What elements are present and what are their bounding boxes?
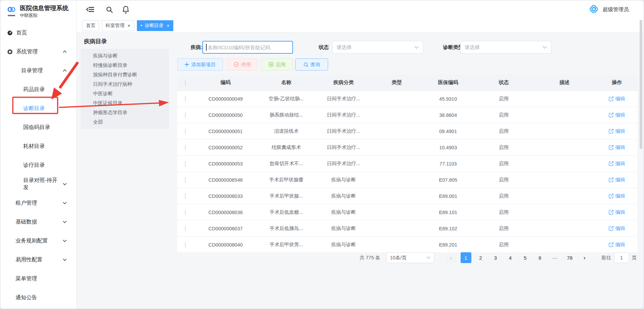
edit-button[interactable]: 编辑 — [609, 177, 625, 183]
list-item[interactable]: 日间手术治疗病种 — [81, 79, 169, 89]
edit-button[interactable]: 编辑 — [609, 193, 625, 199]
page-number-button[interactable]: 4 — [505, 252, 516, 263]
category-cell: 日间手术治疗... — [315, 107, 372, 123]
edit-button[interactable]: 编辑 — [609, 241, 625, 248]
row-checkbox[interactable] — [185, 161, 186, 167]
scrollbar-thumb[interactable] — [640, 20, 642, 149]
sidebar-item[interactable]: 诊疗目录 — [0, 156, 76, 175]
search-icon[interactable] — [106, 6, 113, 13]
sidebar-item[interactable]: 目录管理 — [0, 61, 76, 80]
list-item[interactable]: 中医证候目录 — [81, 98, 169, 108]
close-icon[interactable]: × — [167, 23, 170, 28]
enable-button[interactable]: 启用 — [261, 58, 293, 71]
row-select-cell — [177, 188, 194, 204]
list-item[interactable]: 肿瘤形态学目录 — [81, 108, 169, 117]
chevron-down-icon — [63, 258, 67, 262]
edit-button[interactable]: 编辑 — [609, 160, 625, 167]
list-item[interactable]: 按病种目录付费诊断 — [81, 70, 169, 79]
sidebar-item[interactable]: 租户管理 — [0, 194, 76, 212]
row-checkbox[interactable] — [185, 193, 186, 199]
list-item[interactable]: 疾病与诊断 — [81, 51, 169, 60]
edit-label: 编辑 — [615, 241, 625, 248]
page-size-value: 10条/页 — [390, 255, 407, 261]
page-number-button[interactable]: 6 — [535, 252, 546, 263]
chevron-down-icon — [414, 46, 419, 49]
prev-page-button[interactable]: ‹ — [446, 252, 457, 263]
disease-search-field — [202, 41, 293, 54]
operation-cell: 编辑 — [596, 237, 637, 253]
row-checkbox[interactable] — [185, 226, 186, 232]
tab[interactable]: 科室管理 × — [102, 20, 134, 31]
chevron-down-icon — [63, 182, 67, 186]
disease-input[interactable] — [202, 41, 293, 54]
category-cell: 疾病与诊断 — [315, 221, 372, 237]
sidebar-item[interactable]: 国临码目录 — [0, 118, 76, 137]
operation-cell: 编辑 — [596, 204, 637, 221]
operation-cell: 编辑 — [596, 221, 637, 237]
list-item[interactable]: 全部 — [81, 117, 169, 127]
query-button[interactable]: 查询 — [295, 58, 328, 71]
column-header: 状态 — [475, 75, 532, 91]
tab-label: 首页 — [86, 23, 95, 29]
sidebar-item-label: 诊疗目录 — [23, 162, 45, 169]
edit-button[interactable]: 编辑 — [609, 225, 625, 232]
sidebar-item[interactable]: 业务规则配置 — [0, 231, 76, 250]
edit-icon — [609, 129, 614, 134]
edit-button[interactable]: 编辑 — [609, 112, 625, 118]
sidebar-item[interactable]: 诊断目录 — [0, 99, 76, 118]
page-size-select[interactable]: 10条/页 — [386, 252, 434, 263]
notification-bell-icon[interactable] — [122, 5, 129, 14]
tab[interactable]: ● 诊断目录 × — [137, 20, 173, 31]
table-row: CD0000008033 手术后甲状腺... 疾病与诊断 E89.001 启用 … — [177, 188, 637, 204]
sidebar-item[interactable]: 首页 — [0, 23, 76, 42]
row-checkbox[interactable] — [185, 242, 186, 248]
status-cell: 启用 — [475, 237, 532, 253]
sidebar-item[interactable]: 通知公告 — [0, 288, 76, 307]
sidebar-item[interactable]: 基础数据 — [0, 212, 76, 231]
tab[interactable]: 首页 — [82, 20, 99, 31]
sidebar-item[interactable]: 系统管理 — [0, 42, 76, 61]
sidebar-item[interactable]: 耗材目录 — [0, 137, 76, 156]
row-checkbox[interactable] — [185, 112, 186, 118]
close-icon[interactable]: × — [127, 23, 130, 28]
page-number-button[interactable]: 78 — [564, 252, 575, 263]
select-all-checkbox[interactable] — [185, 79, 186, 86]
page-number-button[interactable]: 3 — [490, 252, 501, 263]
page-number-button[interactable]: 5 — [520, 252, 531, 263]
name-cell: 手术后甲状腺瘘 — [258, 172, 315, 188]
insurance-code-cell: 10.4903 — [421, 139, 475, 156]
row-checkbox[interactable] — [185, 145, 186, 151]
list-item[interactable]: 特慢病诊断目录 — [81, 60, 169, 70]
row-checkbox[interactable] — [185, 128, 186, 134]
edit-button[interactable]: 编辑 — [609, 209, 625, 215]
page-number-button[interactable]: 1 — [461, 252, 471, 263]
edit-button[interactable]: 编辑 — [609, 128, 625, 134]
edit-button[interactable]: 编辑 — [609, 144, 625, 151]
table-row: CD0000008040 手术后甲状旁... 疾病与诊断 E89.201 启用 … — [177, 237, 637, 253]
user-menu[interactable]: 超级管理员 — [588, 0, 629, 19]
disable-button[interactable]: 停用 — [227, 58, 258, 71]
row-select-cell — [177, 172, 194, 188]
list-item[interactable]: 中医诊断 — [81, 89, 169, 98]
table-row: CD0000000051 泪道挂线术 日间手术治疗... 09.4901 启用 … — [177, 123, 637, 139]
goto-page-input[interactable] — [614, 252, 629, 263]
sidebar-item[interactable]: 目录对照-待开发 — [0, 175, 76, 194]
page-number-button[interactable]: ··· — [550, 252, 560, 263]
sidebar-item[interactable]: 菜单管理 — [0, 269, 76, 288]
sidebar-item[interactable]: 药品目录 — [0, 80, 76, 99]
row-checkbox[interactable] — [185, 177, 186, 183]
status-cell: 启用 — [475, 221, 532, 237]
page-number-button[interactable]: 2 — [475, 252, 486, 263]
edit-button[interactable]: 编辑 — [609, 96, 625, 102]
diagnosis-type-select[interactable]: 请选择 — [460, 41, 551, 54]
row-checkbox[interactable] — [185, 96, 186, 102]
row-checkbox[interactable] — [185, 209, 186, 215]
sidebar-item[interactable]: 易用性配置 — [0, 250, 76, 269]
table-row: CD0000000049 空肠-乙状结肠... 日间手术治疗... 45.931… — [177, 91, 637, 107]
add-item-button[interactable]: 添加新项目 — [177, 58, 223, 71]
sidebar-item-label: 基础数据 — [16, 218, 37, 226]
collapse-menu-icon[interactable] — [86, 6, 94, 13]
status-select[interactable]: 请选择 — [332, 41, 423, 54]
type-cell — [372, 107, 421, 123]
next-page-button[interactable]: › — [579, 252, 590, 263]
